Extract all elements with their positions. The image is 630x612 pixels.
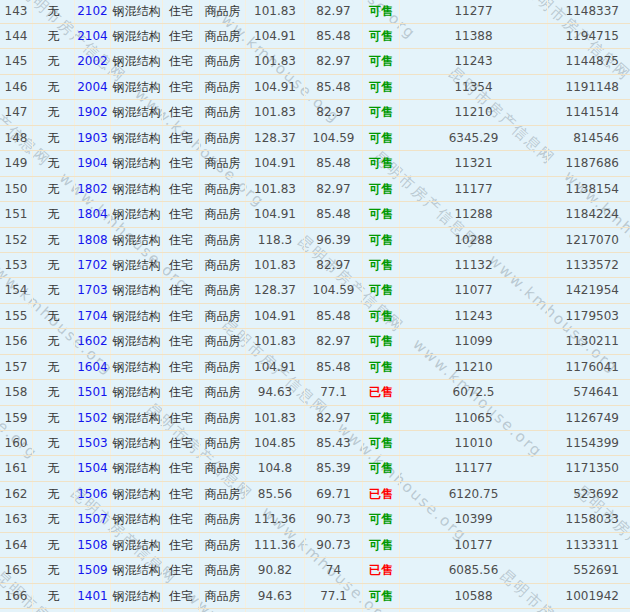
status-badge: 可售 bbox=[363, 202, 400, 226]
build-area-cell: 104.91 bbox=[246, 24, 305, 48]
basement-cell: 无 bbox=[33, 151, 75, 175]
basement-cell: 无 bbox=[33, 49, 75, 73]
total-price-cell: 1148337 bbox=[548, 0, 630, 23]
total-price-cell: 1187686 bbox=[548, 151, 630, 175]
room-number-link[interactable]: 1902 bbox=[75, 100, 111, 124]
sale-type-cell: 商品房 bbox=[200, 431, 246, 455]
usage-cell: 住宅 bbox=[163, 228, 200, 252]
total-price-cell: 574641 bbox=[548, 380, 630, 404]
room-number-link[interactable]: 1702 bbox=[75, 253, 111, 277]
build-area-cell: 118.3 bbox=[246, 228, 305, 252]
inner-area-cell: 82.97 bbox=[305, 100, 363, 124]
sale-type-cell: 商品房 bbox=[200, 482, 246, 506]
structure-cell: 钢混结构 bbox=[111, 456, 163, 480]
row-number-cell: 143 bbox=[0, 0, 33, 23]
unit-price-cell: 11288 bbox=[400, 202, 548, 226]
inner-area-cell: 85.48 bbox=[305, 304, 363, 328]
room-number-link[interactable]: 1602 bbox=[75, 329, 111, 353]
room-number-link[interactable]: 1502 bbox=[75, 406, 111, 430]
basement-cell: 无 bbox=[33, 558, 75, 582]
unit-price-cell: 10399 bbox=[400, 507, 548, 531]
status-badge: 已售 bbox=[363, 380, 400, 404]
room-number-link[interactable]: 1604 bbox=[75, 355, 111, 379]
room-number-link[interactable]: 1503 bbox=[75, 431, 111, 455]
status-badge: 可售 bbox=[363, 304, 400, 328]
room-number-link[interactable]: 2004 bbox=[75, 75, 111, 99]
table-row: 157无1604钢混结构住宅商品房104.9185.48可售1121011760… bbox=[0, 355, 630, 380]
total-price-cell: 1179503 bbox=[548, 304, 630, 328]
room-number-link[interactable]: 1808 bbox=[75, 228, 111, 252]
room-number-link[interactable]: 1508 bbox=[75, 533, 111, 557]
build-area-cell: 111.36 bbox=[246, 507, 305, 531]
status-badge: 可售 bbox=[363, 329, 400, 353]
row-number-cell: 146 bbox=[0, 75, 33, 99]
inner-area-cell: 104.59 bbox=[305, 126, 363, 150]
basement-cell: 无 bbox=[33, 533, 75, 557]
usage-cell: 住宅 bbox=[163, 406, 200, 430]
usage-cell: 住宅 bbox=[163, 507, 200, 531]
sale-type-cell: 商品房 bbox=[200, 304, 246, 328]
inner-area-cell: 96.39 bbox=[305, 228, 363, 252]
unit-price-cell: 11210 bbox=[400, 355, 548, 379]
structure-cell: 钢混结构 bbox=[111, 278, 163, 302]
room-number-link[interactable]: 1509 bbox=[75, 558, 111, 582]
structure-cell: 钢混结构 bbox=[111, 380, 163, 404]
room-number-link[interactable]: 1904 bbox=[75, 151, 111, 175]
room-number-link[interactable]: 2102 bbox=[75, 0, 111, 23]
total-price-cell: 1154399 bbox=[548, 431, 630, 455]
usage-cell: 住宅 bbox=[163, 49, 200, 73]
inner-area-cell: 82.97 bbox=[305, 329, 363, 353]
structure-cell: 钢混结构 bbox=[111, 355, 163, 379]
room-number-link[interactable]: 1504 bbox=[75, 456, 111, 480]
status-badge: 可售 bbox=[363, 177, 400, 201]
sale-type-cell: 商品房 bbox=[200, 329, 246, 353]
unit-price-cell: 11243 bbox=[400, 49, 548, 73]
basement-cell: 无 bbox=[33, 75, 75, 99]
structure-cell: 钢混结构 bbox=[111, 228, 163, 252]
sale-type-cell: 商品房 bbox=[200, 507, 246, 531]
room-number-link[interactable]: 2002 bbox=[75, 49, 111, 73]
room-number-link[interactable]: 1506 bbox=[75, 482, 111, 506]
total-price-cell: 1217070 bbox=[548, 228, 630, 252]
usage-cell: 住宅 bbox=[163, 482, 200, 506]
structure-cell: 钢混结构 bbox=[111, 49, 163, 73]
room-number-link[interactable]: 1703 bbox=[75, 278, 111, 302]
structure-cell: 钢混结构 bbox=[111, 533, 163, 557]
structure-cell: 钢混结构 bbox=[111, 329, 163, 353]
build-area-cell: 101.83 bbox=[246, 253, 305, 277]
unit-price-cell: 6085.56 bbox=[400, 558, 548, 582]
inner-area-cell: 82.97 bbox=[305, 253, 363, 277]
basement-cell: 无 bbox=[33, 304, 75, 328]
row-number-cell: 145 bbox=[0, 49, 33, 73]
room-number-link[interactable]: 1401 bbox=[75, 584, 111, 608]
inner-area-cell: 104.59 bbox=[305, 278, 363, 302]
build-area-cell: 101.83 bbox=[246, 49, 305, 73]
room-number-link[interactable]: 1804 bbox=[75, 202, 111, 226]
row-number-cell: 164 bbox=[0, 533, 33, 557]
row-number-cell: 147 bbox=[0, 100, 33, 124]
structure-cell: 钢混结构 bbox=[111, 431, 163, 455]
room-number-link[interactable]: 1507 bbox=[75, 507, 111, 531]
sale-type-cell: 商品房 bbox=[200, 126, 246, 150]
sale-type-cell: 商品房 bbox=[200, 100, 246, 124]
table-row: 148无1903钢混结构住宅商品房128.37104.59可售6345.2981… bbox=[0, 126, 630, 151]
build-area-cell: 85.56 bbox=[246, 482, 305, 506]
row-number-cell: 160 bbox=[0, 431, 33, 455]
usage-cell: 住宅 bbox=[163, 380, 200, 404]
inner-area-cell: 85.48 bbox=[305, 202, 363, 226]
room-number-link[interactable]: 1802 bbox=[75, 177, 111, 201]
total-price-cell: 1001942 bbox=[548, 584, 630, 608]
unit-price-cell: 11388 bbox=[400, 24, 548, 48]
room-number-link[interactable]: 2104 bbox=[75, 24, 111, 48]
total-price-cell: 1144875 bbox=[548, 49, 630, 73]
build-area-cell: 104.91 bbox=[246, 355, 305, 379]
sale-type-cell: 商品房 bbox=[200, 584, 246, 608]
room-number-link[interactable]: 1903 bbox=[75, 126, 111, 150]
room-number-link[interactable]: 1501 bbox=[75, 380, 111, 404]
build-area-cell: 90.82 bbox=[246, 558, 305, 582]
table-row: 159无1502钢混结构住宅商品房101.8382.97可售1106511267… bbox=[0, 406, 630, 431]
room-number-link[interactable]: 1704 bbox=[75, 304, 111, 328]
table-row: 155无1704钢混结构住宅商品房104.9185.48可售1124311795… bbox=[0, 304, 630, 329]
unit-price-cell: 11177 bbox=[400, 177, 548, 201]
row-number-cell: 150 bbox=[0, 177, 33, 201]
